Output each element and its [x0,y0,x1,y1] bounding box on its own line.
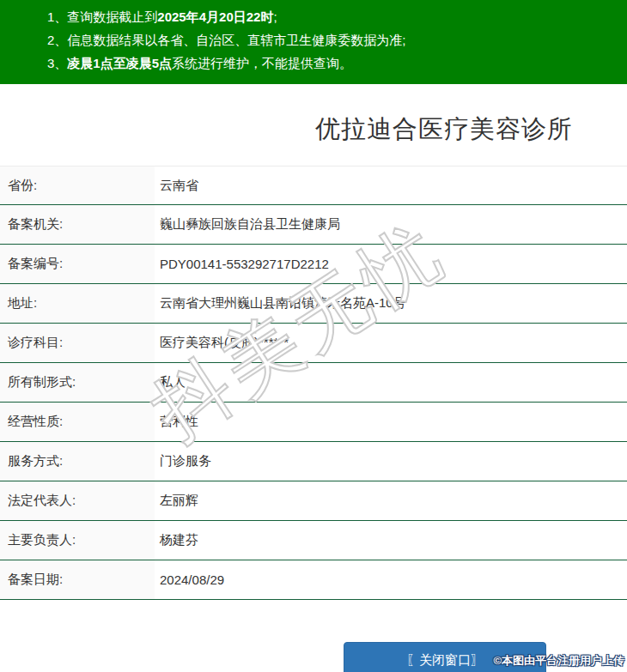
table-row-ownership: 所有制形式: 私人 [0,363,627,403]
row-label: 法定代表人: [0,481,155,520]
notice-text: 系统进行维护，不能提供查询。 [172,56,352,70]
notice-text: 信息数据结果以各省、自治区、直辖市卫生健康委数据为准; [67,33,405,47]
table-row-filing-authority: 备案机关: 巍山彝族回族自治县卫生健康局 [0,205,627,245]
table-row-main-person-in-charge: 主要负责人: 杨建芬 [0,521,627,560]
row-label: 省份: [0,166,155,204]
title-container: 优拉迪合医疗美容诊所 [261,112,627,147]
notice-line-number: 3、 [47,56,67,70]
row-label: 主要负责人: [0,521,155,560]
notice-banner: 1、查询数据截止到2025年4月20日22时; 2、信息数据结果以各省、自治区、… [0,0,627,84]
row-label: 备案日期: [0,560,155,599]
table-row-province: 省份: 云南省 [0,166,627,205]
notice-text-bold: 凌晨1点至凌晨5点 [67,56,172,70]
row-label: 经营性质: [0,403,155,441]
notice-line-number: 2、 [47,33,67,47]
table-row-service-mode: 服务方式: 门诊服务 [0,442,627,481]
row-value: 医疗美容科(皮肤)****** [155,335,627,351]
row-value: 巍山彝族回族自治县卫生健康局 [155,216,627,233]
row-label: 备案编号: [0,245,155,283]
notice-text: 查询数据截止到 [67,9,157,24]
row-value: 云南省大理州巍山县南诏镇清禾名苑A-10号 [155,295,627,312]
row-value: 2024/08/29 [155,572,627,587]
table-row-filing-date: 备案日期: 2024/08/29 [0,560,627,600]
notice-line-number: 1、 [47,9,67,24]
row-value: 杨建芬 [155,532,627,548]
row-value: 营利性 [155,414,627,430]
clinic-info-table: 省份: 云南省 备案机关: 巍山彝族回族自治县卫生健康局 备案编号: PDY00… [0,166,627,600]
copyright-watermark: ©本图由平台注册用户上传 [493,653,624,669]
row-label: 备案机关: [0,205,155,244]
row-value: 左丽辉 [155,493,627,509]
table-row-business-nature: 经营性质: 营利性 [0,403,627,442]
row-value: 门诊服务 [155,453,627,469]
table-row-legal-representative: 法定代表人: 左丽辉 [0,481,627,521]
table-row-address: 地址: 云南省大理州巍山县南诏镇清禾名苑A-10号 [0,284,627,324]
row-value: 私人 [155,374,627,390]
table-row-medical-subjects: 诊疗科目: 医疗美容科(皮肤)****** [0,324,627,363]
notice-line-3: 3、凌晨1点至凌晨5点系统进行维护，不能提供查询。 [47,51,618,75]
notice-line-2: 2、信息数据结果以各省、自治区、直辖市卫生健康委数据为准; [47,28,618,51]
table-row-filing-number: 备案编号: PDY00141-553292717D2212 [0,245,627,284]
notice-line-1: 1、查询数据截止到2025年4月20日22时; [47,5,618,28]
row-value: 云南省 [155,178,627,194]
row-label: 诊疗科目: [0,324,155,362]
row-label: 地址: [0,284,155,323]
notice-text: ; [273,9,277,24]
row-value: PDY00141-553292717D2212 [155,257,627,271]
row-label: 所有制形式: [0,363,155,402]
notice-text-bold: 2025年4月20日22时 [157,9,273,24]
clinic-title: 优拉迪合医疗美容诊所 [261,112,627,147]
row-label: 服务方式: [0,442,155,481]
